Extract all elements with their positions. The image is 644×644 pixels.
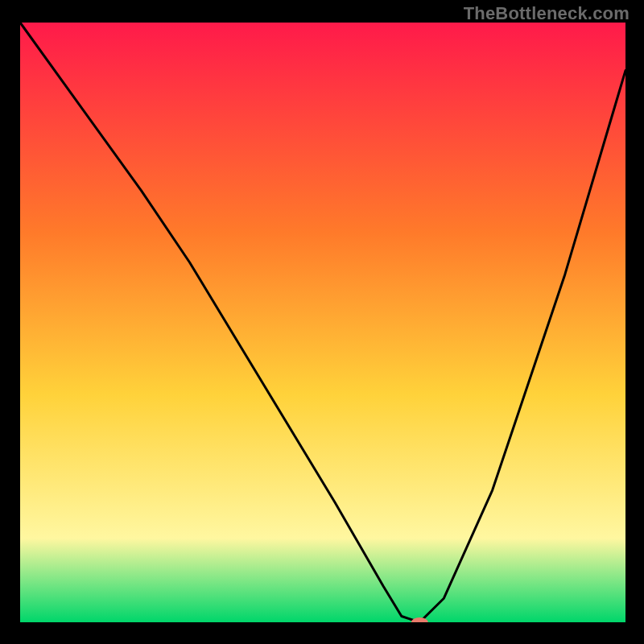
frame-left [0,0,20,644]
frame-bottom [0,622,644,644]
watermark-text: TheBottleneck.com [464,3,630,24]
chart-container: TheBottleneck.com [0,0,644,644]
plot-background [20,23,625,622]
frame-right [625,0,644,644]
bottleneck-chart [0,0,644,644]
